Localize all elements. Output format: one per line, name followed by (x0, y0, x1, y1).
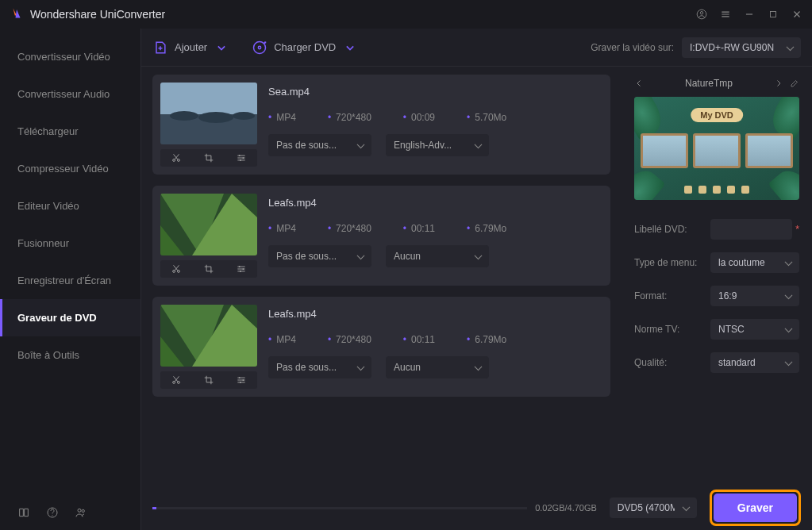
audio-select[interactable]: English-Adv... (386, 134, 489, 156)
crop-icon[interactable] (203, 374, 214, 386)
svg-point-23 (242, 268, 244, 270)
svg-rect-2 (771, 12, 776, 17)
sidebar-item-video-editor[interactable]: Editeur Vidéo (0, 187, 140, 225)
toolbar: Ajouter Charger DVD Graver la vidéo sur:… (141, 29, 812, 67)
cut-icon[interactable] (171, 263, 182, 275)
audio-select[interactable]: Aucun (386, 245, 489, 267)
sidebar-item-audio-converter[interactable]: Convertisseur Audio (0, 75, 140, 113)
template-preview[interactable]: My DVD (634, 97, 799, 200)
crop-icon[interactable] (203, 263, 214, 275)
file-size: 6.79Mo (467, 334, 506, 345)
cut-icon[interactable] (171, 152, 182, 163)
svg-point-22 (238, 266, 240, 267)
titlebar: Wondershare UniConverter (0, 0, 812, 29)
svg-point-15 (178, 159, 180, 161)
dvd-label-input[interactable] (710, 219, 792, 240)
svg-point-18 (240, 159, 241, 161)
video-thumbnail[interactable] (160, 305, 257, 367)
sidebar-item-video-converter[interactable]: Convertisseur Vidéo (0, 38, 140, 75)
effects-icon[interactable] (236, 263, 247, 275)
close-icon[interactable] (791, 9, 802, 20)
format-label: Format: (634, 290, 710, 301)
svg-point-5 (78, 509, 81, 512)
sidebar: Convertisseur Vidéo Convertisseur Audio … (0, 29, 140, 530)
prev-template-icon[interactable] (634, 79, 644, 88)
tv-norm-label: Norme TV: (634, 324, 710, 335)
minimize-icon[interactable] (744, 9, 755, 20)
disc-type-select[interactable]: DVD5 (4700M (610, 497, 697, 518)
add-button[interactable]: Ajouter (152, 40, 229, 56)
subtitle-select[interactable]: Pas de sous... (268, 245, 371, 267)
file-list: Sea.mp4 MP4 720*480 00:09 5.70Mo Pas de … (141, 67, 622, 486)
file-duration: 00:11 (403, 223, 435, 234)
add-file-icon (152, 40, 168, 56)
sidebar-item-video-compressor[interactable]: Compresseur Vidéo (0, 150, 140, 187)
svg-point-24 (240, 271, 241, 272)
svg-point-6 (82, 509, 84, 512)
cut-icon[interactable] (171, 374, 182, 386)
file-card: Leafs.mp4 MP4 720*480 00:11 6.79Mo Pas d… (152, 297, 610, 397)
sidebar-item-merger[interactable]: Fusionneur (0, 225, 140, 262)
disc-icon (252, 40, 267, 56)
edit-template-icon[interactable] (790, 79, 799, 88)
sidebar-item-downloader[interactable]: Téléchargeur (0, 113, 140, 150)
sidebar-item-toolbox[interactable]: Boîte à Outils (0, 336, 140, 374)
required-marker: * (795, 224, 799, 235)
sidebar-item-screen-recorder[interactable]: Enregistreur d'Écran (0, 262, 140, 299)
burn-target-select[interactable]: I:DVD+-RW GU90N (682, 37, 801, 58)
disc-space-text: 0.02GB/4.70GB (535, 503, 597, 513)
quality-select[interactable]: standard (710, 352, 799, 373)
file-format: MP4 (268, 334, 296, 345)
svg-point-16 (238, 155, 240, 156)
account-icon[interactable] (696, 9, 707, 20)
file-name: Leafs.mp4 (268, 308, 602, 320)
guide-icon[interactable] (17, 506, 30, 519)
disc-space-progress (152, 507, 527, 509)
load-dvd-label: Charger DVD (274, 41, 336, 53)
users-icon[interactable] (75, 506, 87, 519)
svg-point-8 (259, 46, 261, 48)
effects-icon[interactable] (236, 374, 247, 386)
svg-rect-9 (160, 83, 257, 114)
burn-target-label: Graver la vidéo sur: (591, 42, 674, 53)
load-dvd-button[interactable]: Charger DVD (252, 40, 358, 56)
tv-norm-select[interactable]: NTSC (710, 319, 799, 340)
file-name: Sea.mp4 (268, 86, 602, 98)
svg-point-26 (173, 381, 175, 383)
file-resolution: 720*480 (328, 223, 371, 234)
svg-point-13 (233, 112, 255, 120)
video-thumbnail[interactable] (160, 194, 257, 255)
burn-button[interactable]: Graver (714, 494, 797, 522)
subtitle-select[interactable]: Pas de sous... (268, 356, 371, 378)
effects-icon[interactable] (236, 152, 247, 163)
chevron-down-icon (342, 40, 358, 56)
next-template-icon[interactable] (774, 79, 783, 88)
svg-point-4 (52, 515, 52, 516)
app-logo-icon (10, 7, 24, 21)
app-title: Wondershare UniConverter (30, 8, 696, 21)
video-thumbnail[interactable] (160, 83, 257, 144)
subtitle-select[interactable]: Pas de sous... (268, 134, 371, 156)
svg-point-29 (242, 379, 244, 381)
template-name: NatureTmp (685, 78, 733, 89)
file-duration: 00:11 (403, 334, 435, 345)
file-size: 6.79Mo (467, 223, 506, 234)
menu-icon[interactable] (720, 9, 731, 20)
file-resolution: 720*480 (328, 334, 371, 345)
chevron-down-icon (214, 40, 229, 56)
maximize-icon[interactable] (768, 9, 779, 20)
file-resolution: 720*480 (328, 112, 371, 123)
menu-type-select[interactable]: la coutume (710, 252, 799, 273)
sidebar-item-dvd-burner[interactable]: Graveur de DVD (0, 299, 140, 336)
svg-point-11 (170, 111, 198, 121)
file-card: Sea.mp4 MP4 720*480 00:09 5.70Mo Pas de … (152, 75, 610, 175)
crop-icon[interactable] (203, 152, 214, 163)
svg-point-30 (240, 382, 241, 383)
format-select[interactable]: 16:9 (710, 286, 799, 306)
help-icon[interactable] (46, 506, 59, 519)
file-size: 5.70Mo (467, 112, 506, 123)
audio-select[interactable]: Aucun (386, 356, 489, 378)
svg-point-28 (238, 377, 240, 378)
svg-point-12 (198, 112, 233, 123)
file-format: MP4 (268, 112, 296, 123)
